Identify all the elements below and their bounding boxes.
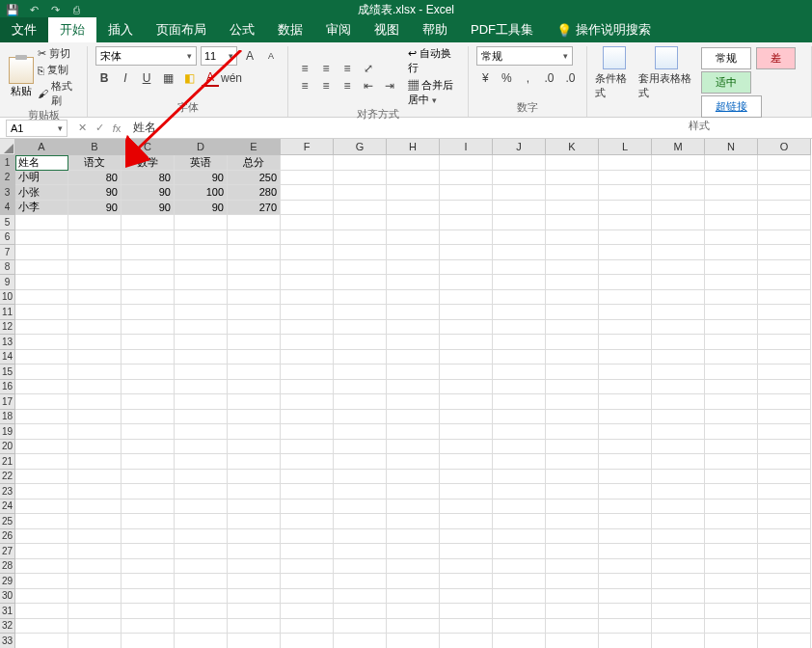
cell-H26[interactable] <box>387 529 440 545</box>
cell-N32[interactable] <box>705 619 758 634</box>
cell-O2[interactable] <box>758 171 811 186</box>
column-header-B[interactable]: B <box>68 139 122 155</box>
cell-D26[interactable] <box>175 529 228 545</box>
cell-L15[interactable] <box>599 364 652 380</box>
font-size-selector[interactable]: 11▾ <box>201 46 237 66</box>
cell-D11[interactable] <box>175 305 228 320</box>
cell-C22[interactable] <box>122 470 175 485</box>
tab-view[interactable]: 视图 <box>363 17 411 42</box>
cell-A1[interactable]: 姓名 <box>15 155 68 171</box>
cell-style-bad[interactable]: 差 <box>756 47 796 69</box>
cell-E3[interactable]: 280 <box>228 185 281 201</box>
cell-K7[interactable] <box>546 245 599 260</box>
decrease-font-icon[interactable]: A <box>262 47 280 65</box>
cell-G18[interactable] <box>334 410 387 425</box>
cell-A4[interactable]: 小李 <box>15 201 68 216</box>
cell-G21[interactable] <box>334 454 387 470</box>
cell-C18[interactable] <box>122 410 175 425</box>
cell-D3[interactable]: 100 <box>175 185 228 201</box>
cell-I32[interactable] <box>440 619 493 634</box>
cell-B33[interactable] <box>68 634 122 648</box>
cell-E13[interactable] <box>228 335 281 350</box>
tab-data[interactable]: 数据 <box>266 17 314 42</box>
cell-J20[interactable] <box>493 440 546 455</box>
cell-D29[interactable] <box>175 574 228 589</box>
cell-N22[interactable] <box>705 470 758 485</box>
cell-H31[interactable] <box>387 604 440 619</box>
row-header-26[interactable]: 26 <box>0 529 15 545</box>
cell-F12[interactable] <box>281 320 334 336</box>
cell-I31[interactable] <box>440 604 493 619</box>
cell-K31[interactable] <box>546 604 599 619</box>
cell-E19[interactable] <box>228 424 281 440</box>
cell-B17[interactable] <box>68 394 122 410</box>
cell-K14[interactable] <box>546 350 599 365</box>
cell-F1[interactable] <box>281 155 334 171</box>
row-header-31[interactable]: 31 <box>0 604 15 619</box>
cell-D19[interactable] <box>175 424 228 440</box>
cell-A26[interactable] <box>15 529 68 545</box>
cell-D23[interactable] <box>175 484 228 500</box>
row-header-11[interactable]: 11 <box>0 305 15 320</box>
cell-G4[interactable] <box>334 201 387 216</box>
cell-I4[interactable] <box>440 201 493 216</box>
cell-I18[interactable] <box>440 410 493 425</box>
row-header-28[interactable]: 28 <box>0 559 15 575</box>
cell-D12[interactable] <box>175 320 228 336</box>
cell-L26[interactable] <box>599 529 652 545</box>
cell-K29[interactable] <box>546 574 599 589</box>
cell-D25[interactable] <box>175 514 228 529</box>
cell-K13[interactable] <box>546 335 599 350</box>
cell-C30[interactable] <box>122 589 175 605</box>
cell-A18[interactable] <box>15 410 68 425</box>
cell-I26[interactable] <box>440 529 493 545</box>
cell-G13[interactable] <box>334 335 387 350</box>
cell-E10[interactable] <box>228 290 281 306</box>
cell-M14[interactable] <box>652 350 705 365</box>
cell-O13[interactable] <box>758 335 811 350</box>
cell-C4[interactable]: 90 <box>122 201 175 216</box>
cell-D24[interactable] <box>175 500 228 515</box>
cell-K22[interactable] <box>546 470 599 485</box>
cell-G30[interactable] <box>334 589 387 605</box>
align-center-icon[interactable]: ≡ <box>317 77 335 94</box>
cell-M12[interactable] <box>652 320 705 336</box>
cell-M16[interactable] <box>652 380 705 395</box>
cell-E12[interactable] <box>228 320 281 336</box>
format-as-table-button[interactable]: 套用表格格式 <box>638 46 694 100</box>
cell-L27[interactable] <box>599 544 652 559</box>
cell-O31[interactable] <box>758 604 811 619</box>
cell-O6[interactable] <box>758 230 811 246</box>
cell-L4[interactable] <box>599 201 652 216</box>
formula-value[interactable]: 姓名 <box>125 120 156 136</box>
cell-B8[interactable] <box>68 260 122 276</box>
cell-D31[interactable] <box>175 604 228 619</box>
cell-I11[interactable] <box>440 305 493 320</box>
cell-B28[interactable] <box>68 559 122 575</box>
percent-format-icon[interactable]: % <box>498 69 515 87</box>
increase-indent-icon[interactable]: ⇥ <box>381 77 398 94</box>
cell-B16[interactable] <box>68 380 122 395</box>
cell-K32[interactable] <box>546 619 599 634</box>
cell-N30[interactable] <box>705 589 758 605</box>
cell-L5[interactable] <box>599 215 652 230</box>
cell-M27[interactable] <box>652 544 705 559</box>
cell-L33[interactable] <box>599 634 652 648</box>
cell-O26[interactable] <box>758 529 811 545</box>
cell-C16[interactable] <box>122 380 175 395</box>
cell-K10[interactable] <box>546 290 599 306</box>
cell-N17[interactable] <box>705 394 758 410</box>
cell-K6[interactable] <box>546 230 599 246</box>
cell-H11[interactable] <box>387 305 440 320</box>
cell-O20[interactable] <box>758 440 811 455</box>
cell-I21[interactable] <box>440 454 493 470</box>
font-color-button[interactable]: A <box>202 69 219 87</box>
cell-E15[interactable] <box>228 364 281 380</box>
cell-K17[interactable] <box>546 394 599 410</box>
cell-N18[interactable] <box>705 410 758 425</box>
cell-E18[interactable] <box>228 410 281 425</box>
enter-icon[interactable]: ✓ <box>91 122 108 134</box>
redo-icon[interactable]: ↷ <box>48 3 62 16</box>
cell-E9[interactable] <box>228 275 281 290</box>
cell-M6[interactable] <box>652 230 705 246</box>
